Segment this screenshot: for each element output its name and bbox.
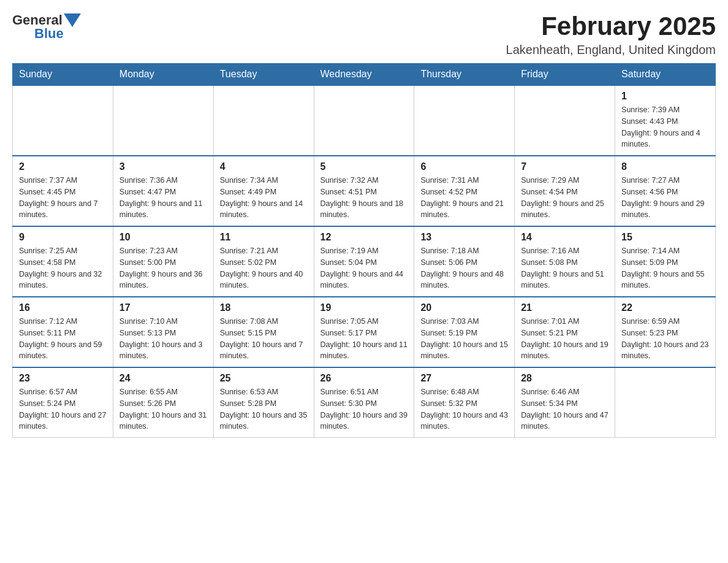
col-sunday: Sunday (13, 64, 113, 86)
col-tuesday: Tuesday (213, 64, 314, 86)
day-number: 26 (320, 373, 408, 384)
calendar-day-cell (213, 85, 314, 156)
calendar-day-cell: 12Sunrise: 7:19 AMSunset: 5:04 PMDayligh… (314, 226, 414, 297)
calendar-day-cell: 13Sunrise: 7:18 AMSunset: 5:06 PMDayligh… (414, 226, 515, 297)
calendar-day-cell: 24Sunrise: 6:55 AMSunset: 5:26 PMDayligh… (113, 367, 213, 438)
calendar-day-cell: 2Sunrise: 7:37 AMSunset: 4:45 PMDaylight… (13, 156, 113, 226)
calendar-week-row: 1Sunrise: 7:39 AMSunset: 4:43 PMDaylight… (13, 85, 716, 156)
day-info: Sunrise: 7:10 AMSunset: 5:13 PMDaylight:… (119, 316, 207, 362)
logo-blue-text: Blue (34, 26, 64, 42)
day-info: Sunrise: 6:55 AMSunset: 5:26 PMDaylight:… (119, 386, 207, 432)
calendar-day-cell (515, 85, 615, 156)
logo: General Blue (12, 12, 81, 42)
day-info: Sunrise: 7:36 AMSunset: 4:47 PMDaylight:… (119, 175, 207, 221)
day-info: Sunrise: 7:25 AMSunset: 4:58 PMDaylight:… (19, 245, 107, 291)
col-monday: Monday (113, 64, 213, 86)
calendar-day-cell: 6Sunrise: 7:31 AMSunset: 4:52 PMDaylight… (414, 156, 515, 226)
day-number: 7 (521, 161, 609, 172)
calendar-day-cell: 10Sunrise: 7:23 AMSunset: 5:00 PMDayligh… (113, 226, 213, 297)
location-title: Lakenheath, England, United Kingdom (506, 43, 716, 57)
calendar-week-row: 16Sunrise: 7:12 AMSunset: 5:11 PMDayligh… (13, 297, 716, 367)
calendar-day-cell (615, 367, 716, 438)
calendar-day-cell (13, 85, 113, 156)
calendar-day-cell: 26Sunrise: 6:51 AMSunset: 5:30 PMDayligh… (314, 367, 414, 438)
day-info: Sunrise: 7:18 AMSunset: 5:06 PMDaylight:… (420, 245, 508, 291)
day-number: 1 (621, 91, 709, 102)
calendar-day-cell: 27Sunrise: 6:48 AMSunset: 5:32 PMDayligh… (414, 367, 515, 438)
day-number: 12 (320, 232, 408, 243)
svg-marker-0 (64, 13, 81, 27)
calendar-day-cell: 21Sunrise: 7:01 AMSunset: 5:21 PMDayligh… (515, 297, 615, 367)
day-number: 3 (119, 161, 207, 172)
day-number: 10 (119, 232, 207, 243)
day-number: 9 (19, 232, 107, 243)
calendar-day-cell: 7Sunrise: 7:29 AMSunset: 4:54 PMDaylight… (515, 156, 615, 226)
calendar-day-cell: 20Sunrise: 7:03 AMSunset: 5:19 PMDayligh… (414, 297, 515, 367)
day-info: Sunrise: 7:31 AMSunset: 4:52 PMDaylight:… (420, 175, 508, 221)
day-number: 21 (521, 302, 609, 313)
col-thursday: Thursday (414, 64, 515, 86)
calendar-day-cell: 9Sunrise: 7:25 AMSunset: 4:58 PMDaylight… (13, 226, 113, 297)
calendar-day-cell: 1Sunrise: 7:39 AMSunset: 4:43 PMDaylight… (615, 85, 716, 156)
col-friday: Friday (515, 64, 615, 86)
calendar-day-cell: 25Sunrise: 6:53 AMSunset: 5:28 PMDayligh… (213, 367, 314, 438)
calendar-week-row: 2Sunrise: 7:37 AMSunset: 4:45 PMDaylight… (13, 156, 716, 226)
day-number: 13 (420, 232, 508, 243)
day-info: Sunrise: 7:32 AMSunset: 4:51 PMDaylight:… (320, 175, 408, 221)
calendar-day-cell: 22Sunrise: 6:59 AMSunset: 5:23 PMDayligh… (615, 297, 716, 367)
day-number: 23 (19, 373, 107, 384)
day-number: 20 (420, 302, 508, 313)
calendar-header-row: Sunday Monday Tuesday Wednesday Thursday… (13, 64, 716, 86)
calendar-day-cell: 19Sunrise: 7:05 AMSunset: 5:17 PMDayligh… (314, 297, 414, 367)
day-info: Sunrise: 6:57 AMSunset: 5:24 PMDaylight:… (19, 386, 107, 432)
day-info: Sunrise: 7:14 AMSunset: 5:09 PMDaylight:… (621, 245, 709, 291)
day-number: 19 (320, 302, 408, 313)
day-info: Sunrise: 6:48 AMSunset: 5:32 PMDaylight:… (420, 386, 508, 432)
day-info: Sunrise: 7:03 AMSunset: 5:19 PMDaylight:… (420, 316, 508, 362)
day-number: 2 (19, 161, 107, 172)
day-info: Sunrise: 7:12 AMSunset: 5:11 PMDaylight:… (19, 316, 107, 362)
calendar-day-cell: 3Sunrise: 7:36 AMSunset: 4:47 PMDaylight… (113, 156, 213, 226)
day-info: Sunrise: 7:19 AMSunset: 5:04 PMDaylight:… (320, 245, 408, 291)
day-number: 25 (220, 373, 308, 384)
calendar-day-cell: 28Sunrise: 6:46 AMSunset: 5:34 PMDayligh… (515, 367, 615, 438)
calendar-day-cell: 18Sunrise: 7:08 AMSunset: 5:15 PMDayligh… (213, 297, 314, 367)
day-number: 22 (621, 302, 709, 313)
day-info: Sunrise: 7:01 AMSunset: 5:21 PMDaylight:… (521, 316, 609, 362)
day-info: Sunrise: 7:08 AMSunset: 5:15 PMDaylight:… (220, 316, 308, 362)
day-info: Sunrise: 6:59 AMSunset: 5:23 PMDaylight:… (621, 316, 709, 362)
day-number: 14 (521, 232, 609, 243)
calendar-day-cell: 8Sunrise: 7:27 AMSunset: 4:56 PMDaylight… (615, 156, 716, 226)
day-number: 18 (220, 302, 308, 313)
day-info: Sunrise: 7:05 AMSunset: 5:17 PMDaylight:… (320, 316, 408, 362)
calendar-day-cell (414, 85, 515, 156)
calendar-day-cell (314, 85, 414, 156)
logo-triangle-icon (64, 13, 81, 27)
day-info: Sunrise: 7:16 AMSunset: 5:08 PMDaylight:… (521, 245, 609, 291)
col-wednesday: Wednesday (314, 64, 414, 86)
day-number: 6 (420, 161, 508, 172)
day-number: 15 (621, 232, 709, 243)
day-number: 11 (220, 232, 308, 243)
day-info: Sunrise: 6:51 AMSunset: 5:30 PMDaylight:… (320, 386, 408, 432)
calendar-day-cell: 5Sunrise: 7:32 AMSunset: 4:51 PMDaylight… (314, 156, 414, 226)
calendar-week-row: 23Sunrise: 6:57 AMSunset: 5:24 PMDayligh… (13, 367, 716, 438)
calendar-table: Sunday Monday Tuesday Wednesday Thursday… (12, 63, 716, 438)
day-number: 8 (621, 161, 709, 172)
col-saturday: Saturday (615, 64, 716, 86)
day-number: 24 (119, 373, 207, 384)
day-number: 5 (320, 161, 408, 172)
day-number: 27 (420, 373, 508, 384)
day-info: Sunrise: 7:29 AMSunset: 4:54 PMDaylight:… (521, 175, 609, 221)
calendar-day-cell: 23Sunrise: 6:57 AMSunset: 5:24 PMDayligh… (13, 367, 113, 438)
day-number: 16 (19, 302, 107, 313)
day-info: Sunrise: 7:27 AMSunset: 4:56 PMDaylight:… (621, 175, 709, 221)
day-info: Sunrise: 6:46 AMSunset: 5:34 PMDaylight:… (521, 386, 609, 432)
calendar-day-cell: 17Sunrise: 7:10 AMSunset: 5:13 PMDayligh… (113, 297, 213, 367)
calendar-day-cell: 14Sunrise: 7:16 AMSunset: 5:08 PMDayligh… (515, 226, 615, 297)
day-number: 17 (119, 302, 207, 313)
month-title: February 2025 (506, 12, 716, 40)
calendar-day-cell: 15Sunrise: 7:14 AMSunset: 5:09 PMDayligh… (615, 226, 716, 297)
calendar-day-cell (113, 85, 213, 156)
calendar-week-row: 9Sunrise: 7:25 AMSunset: 4:58 PMDaylight… (13, 226, 716, 297)
